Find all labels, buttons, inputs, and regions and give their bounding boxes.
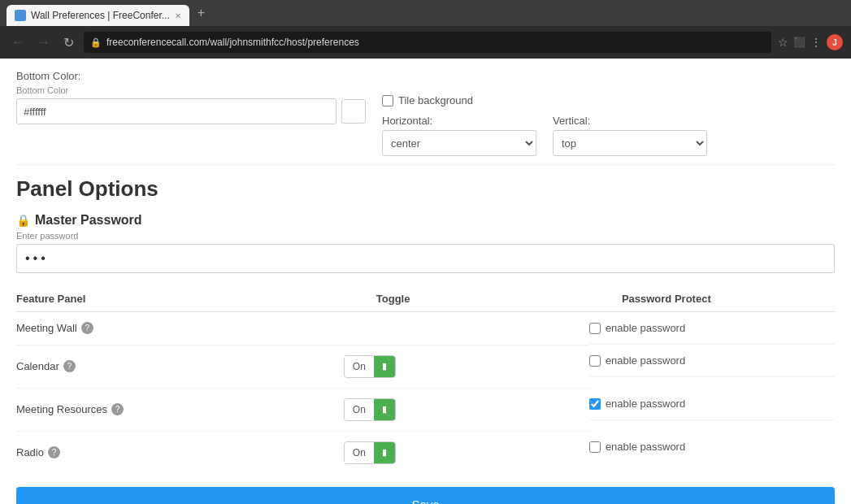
- background-section: Tile background Horizontal: center left …: [382, 70, 835, 156]
- feature-panel-table: Feature Panel Toggle Password Protect Me…: [16, 286, 835, 474]
- page-content: Bottom Color: Bottom Color Tile backgrou…: [0, 59, 851, 504]
- table-row: Meeting Wall ? enable password: [16, 312, 835, 345]
- calendar-toggle-button[interactable]: On ▮: [344, 355, 396, 378]
- forward-button[interactable]: →: [34, 33, 54, 51]
- calendar-toggle-on-label: On: [345, 356, 374, 377]
- radio-toggle-green: ▮: [374, 442, 395, 463]
- meeting-resources-password-checkbox[interactable]: [589, 398, 601, 410]
- radio-help-icon[interactable]: ?: [48, 446, 60, 458]
- position-row: Horizontal: center left right Vertical: …: [382, 115, 835, 156]
- new-tab-button[interactable]: +: [193, 6, 210, 20]
- radio-password-cell: enable password: [589, 431, 835, 463]
- back-button[interactable]: ←: [8, 33, 28, 51]
- calendar-toggle-cell: On ▮: [344, 345, 589, 388]
- reload-button[interactable]: ↻: [60, 33, 77, 52]
- feature-name-cell: Meeting Resources ?: [16, 388, 344, 431]
- feature-name-cell: Calendar ?: [16, 345, 344, 388]
- top-section: Bottom Color: Bottom Color Tile backgrou…: [16, 59, 835, 165]
- meeting-wall-password-checkbox[interactable]: [589, 323, 601, 334]
- meeting-resources-toggle-on-label: On: [345, 399, 374, 420]
- horizontal-label: Horizontal:: [382, 115, 536, 127]
- tile-background-row: Tile background: [382, 94, 835, 106]
- menu-icon[interactable]: ⋮: [810, 36, 822, 49]
- feature-name-cell: Radio ?: [16, 431, 344, 474]
- save-button[interactable]: Save: [16, 487, 835, 505]
- col-header-password: Password Protect: [589, 286, 835, 312]
- meeting-resources-toggle-cell: On ▮: [344, 388, 589, 431]
- calendar-password-cell: enable password: [589, 345, 835, 377]
- lock-icon: 🔒: [90, 37, 102, 48]
- vertical-select[interactable]: top center bottom: [553, 130, 707, 156]
- col-header-feature: Feature Panel: [16, 286, 344, 312]
- col-header-toggle: Toggle: [344, 286, 589, 312]
- calendar-label: Calendar: [16, 360, 59, 372]
- extensions-icon[interactable]: ⬛: [793, 37, 805, 48]
- calendar-enable-pw-label: enable password: [606, 354, 685, 367]
- horizontal-group: Horizontal: center left right: [382, 115, 536, 156]
- horizontal-select[interactable]: center left right: [382, 130, 536, 156]
- nav-bar: ← → ↻ 🔒 freeconferencecall.com/wall/john…: [0, 26, 851, 59]
- enter-password-label: Enter password: [16, 231, 835, 241]
- table-header-row: Feature Panel Toggle Password Protect: [16, 286, 835, 312]
- calendar-password-checkbox[interactable]: [589, 355, 601, 367]
- star-icon[interactable]: ☆: [778, 36, 788, 49]
- master-password-lock-icon: 🔒: [16, 214, 30, 227]
- bottom-color-swatch[interactable]: [341, 99, 366, 124]
- master-password-label: Master Password: [35, 213, 142, 228]
- bottom-color-input-row: [16, 98, 366, 124]
- address-bar[interactable]: 🔒 freeconferencecall.com/wall/johnsmithf…: [84, 32, 771, 53]
- tab-bar: Wall Preferences | FreeConfer... ✕ +: [0, 0, 851, 26]
- meeting-wall-enable-pw-label: enable password: [606, 322, 685, 334]
- tab-favicon: [15, 10, 26, 21]
- radio-label: Radio: [16, 446, 44, 458]
- meeting-resources-help-icon[interactable]: ?: [111, 403, 124, 415]
- profile-avatar[interactable]: J: [827, 34, 843, 50]
- meeting-resources-password-cell: enable password: [589, 388, 835, 420]
- master-password-heading: 🔒 Master Password: [16, 213, 835, 228]
- meeting-resources-label: Meeting Resources: [16, 403, 107, 415]
- master-password-input[interactable]: [16, 244, 835, 273]
- table-row: Meeting Resources ? On ▮ enable password: [16, 388, 835, 431]
- active-tab[interactable]: Wall Preferences | FreeConfer... ✕: [7, 5, 189, 26]
- url-text: freeconferencecall.com/wall/johnsmithfcc…: [106, 37, 359, 48]
- radio-toggle-cell: On ▮: [344, 431, 589, 474]
- calendar-help-icon[interactable]: ?: [63, 360, 76, 372]
- radio-password-checkbox[interactable]: [589, 441, 601, 453]
- tab-title: Wall Preferences | FreeConfer...: [31, 10, 170, 21]
- table-row: Calendar ? On ▮ enable password: [16, 345, 835, 388]
- table-row: Radio ? On ▮ enable password: [16, 431, 835, 474]
- radio-toggle-button[interactable]: On ▮: [344, 441, 396, 464]
- meeting-wall-toggle-cell: [344, 312, 589, 345]
- calendar-toggle-green: ▮: [374, 356, 395, 377]
- tile-background-label: Tile background: [398, 94, 473, 106]
- bottom-color-input[interactable]: [16, 98, 336, 124]
- nav-icons: ☆ ⬛ ⋮ J: [778, 34, 843, 50]
- meeting-resources-toggle-button[interactable]: On ▮: [344, 398, 396, 421]
- feature-name-cell: Meeting Wall ?: [16, 312, 344, 345]
- bottom-color-main-label: Bottom Color:: [16, 70, 366, 82]
- meeting-wall-label: Meeting Wall: [16, 322, 77, 334]
- radio-toggle-on-label: On: [345, 442, 374, 463]
- meeting-resources-enable-pw-label: enable password: [606, 398, 685, 410]
- meeting-wall-password-cell: enable password: [589, 312, 835, 345]
- tab-close-button[interactable]: ✕: [175, 11, 181, 20]
- meeting-wall-help-icon[interactable]: ?: [81, 322, 93, 334]
- browser-chrome: Wall Preferences | FreeConfer... ✕ + ← →…: [0, 0, 851, 59]
- vertical-group: Vertical: top center bottom: [553, 115, 707, 156]
- vertical-label: Vertical:: [553, 115, 707, 127]
- panel-options-title: Panel Options: [16, 176, 835, 202]
- meeting-resources-toggle-green: ▮: [374, 399, 395, 420]
- tile-background-checkbox[interactable]: [382, 95, 393, 106]
- radio-enable-pw-label: enable password: [606, 441, 685, 453]
- color-section: Bottom Color: Bottom Color: [16, 70, 366, 156]
- bottom-color-sub-label: Bottom Color: [16, 85, 366, 95]
